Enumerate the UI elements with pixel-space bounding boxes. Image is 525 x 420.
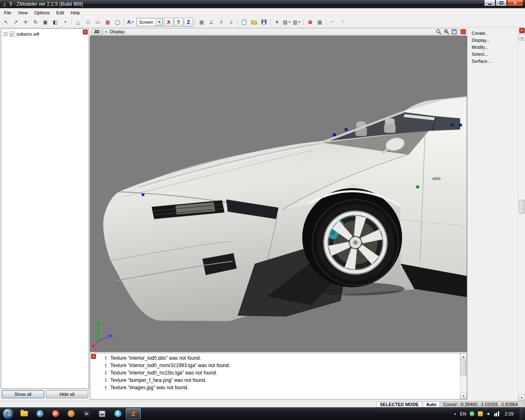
side-menu-surface[interactable]: Surface...: [472, 58, 518, 65]
snap-grid-icon[interactable]: ▦: [197, 18, 206, 27]
new-file-icon[interactable]: [240, 18, 249, 27]
log-row[interactable]: !Texture "interior_lod0.dds" was not fou…: [98, 354, 459, 362]
side-menu-select[interactable]: Select...: [472, 51, 518, 58]
maximize-button[interactable]: [495, 0, 507, 6]
viewport-view-label[interactable]: Display: [110, 29, 125, 34]
attach-icon[interactable]: ◯: [113, 18, 122, 27]
clock[interactable]: 2:29: [502, 411, 516, 416]
export-icon[interactable]: ▥▼: [292, 18, 301, 27]
create-mesh-icon[interactable]: ▦: [103, 18, 112, 27]
menu-help[interactable]: Help: [67, 9, 83, 16]
zoom-extents-icon[interactable]: [443, 29, 450, 35]
import-icon[interactable]: ▤▼: [282, 18, 292, 27]
minimize-button[interactable]: [484, 0, 495, 6]
volume-icon[interactable]: ◄: [486, 411, 491, 416]
save-file-icon[interactable]: [259, 18, 269, 27]
zoom-icon[interactable]: [436, 29, 442, 35]
scale-tool-icon[interactable]: ▣: [41, 18, 50, 27]
side-menu-create[interactable]: Create...: [472, 30, 518, 37]
close-button[interactable]: ×: [507, 0, 523, 6]
viewport-3d[interactable]: y z x: [90, 36, 467, 352]
side-menu-display[interactable]: Display...: [472, 37, 518, 44]
side-menu-modify[interactable]: Modify...: [472, 44, 518, 51]
start-button[interactable]: [2, 408, 14, 420]
menu-edit[interactable]: Edit: [53, 9, 67, 16]
command-panel-close-button[interactable]: ×: [519, 28, 525, 33]
viewport-title-strip[interactable]: < Display: [103, 28, 459, 35]
local-axes-icon[interactable]: ±: [226, 18, 236, 27]
mirror-tool-icon[interactable]: ◧: [50, 18, 60, 27]
menu-view[interactable]: View: [15, 9, 31, 16]
log-row[interactable]: !Texture "interior_lod0_nsmr321993.tga" …: [98, 362, 459, 369]
tray-update-icon[interactable]: [478, 411, 483, 416]
scroll-track[interactable]: [518, 41, 525, 394]
undo-icon[interactable]: ↶: [328, 18, 338, 27]
delete-icon[interactable]: ×: [272, 18, 282, 27]
tree-checkbox[interactable]: ✓: [9, 32, 14, 37]
axis-y-toggle[interactable]: Y: [174, 18, 183, 27]
dark-app-taskbar-icon[interactable]: ●: [79, 408, 94, 419]
scroll-down-button[interactable]: ▼: [518, 394, 525, 401]
create-polygon-icon[interactable]: △: [73, 18, 83, 27]
create-box-icon[interactable]: ▭: [93, 18, 103, 27]
tree-item-sultanrs[interactable]: + ✓ sultanrs.wft: [1, 30, 89, 37]
title-bar[interactable]: Z 5 - ZModeler ver 2.2.5 (Build 989) ×: [0, 0, 525, 8]
tools-dropdown[interactable]: ▼: [60, 18, 70, 27]
maximize-viewport-icon[interactable]: [451, 29, 457, 35]
log-close-button[interactable]: ×: [91, 354, 96, 359]
hidden-icons-button[interactable]: ▲: [454, 412, 457, 415]
log-scroll-up-button[interactable]: ▲: [460, 353, 467, 360]
menu-file[interactable]: File: [1, 9, 15, 16]
error-icon: !: [104, 363, 107, 369]
network-icon[interactable]: [494, 411, 499, 416]
select-arrow-icon[interactable]: ↖: [1, 18, 11, 27]
status-auto[interactable]: Auto: [423, 402, 440, 407]
right-scrollbar[interactable]: × ▲ ▼: [518, 27, 525, 401]
uv-mapper-icon[interactable]: ▦: [315, 18, 324, 27]
car-door-handle: [432, 178, 441, 180]
create-surface-icon[interactable]: ◇: [83, 18, 93, 27]
log-scroll-thumb[interactable]: [461, 361, 466, 375]
rotate-tool-icon[interactable]: ↻: [31, 18, 40, 27]
left-panel-close-button[interactable]: ×: [83, 30, 88, 34]
hide-all-button[interactable]: Hide all: [46, 390, 89, 398]
log-scroll-track[interactable]: [460, 360, 467, 393]
media-player-taskbar-icon[interactable]: ▸: [32, 408, 47, 419]
tree-expander-icon[interactable]: +: [4, 32, 7, 36]
log-row[interactable]: !Texture "interior_lod0_ns15ts.tga" was …: [98, 369, 459, 377]
3d-canvas[interactable]: y z x: [90, 36, 467, 352]
viewport-back-chevron[interactable]: <: [105, 30, 107, 34]
axis-x-toggle[interactable]: X: [164, 18, 173, 27]
zmodeler-taskbar-icon[interactable]: Z: [126, 408, 141, 419]
scroll-up-button[interactable]: ▲: [518, 34, 525, 41]
viewport-layout-button[interactable]: [461, 29, 466, 34]
snap-angle-icon[interactable]: ∠: [207, 18, 216, 27]
skype-taskbar-icon[interactable]: S: [110, 408, 125, 419]
scroll-thumb[interactable]: [519, 200, 525, 214]
show-desktop-button[interactable]: [519, 407, 524, 420]
log-row[interactable]: !Texture "images.jpg" was not found.: [98, 384, 459, 391]
tab-3d[interactable]: 3D: [91, 28, 102, 35]
tray-status-icon[interactable]: [470, 411, 475, 416]
opera-taskbar-icon[interactable]: O: [48, 408, 63, 419]
open-file-icon[interactable]: [249, 18, 259, 27]
menu-options[interactable]: Options: [31, 9, 53, 16]
snap-vertex-icon[interactable]: #: [217, 18, 226, 27]
move-tool-icon[interactable]: ✛: [21, 18, 30, 27]
language-indicator[interactable]: EN: [460, 411, 466, 416]
log-scroll-down-button[interactable]: ▼: [460, 393, 467, 399]
axis-z-toggle[interactable]: Z: [184, 18, 193, 27]
explorer-taskbar-icon[interactable]: [17, 408, 32, 419]
log-row[interactable]: !Texture "bumper_f_fara.png" was not fou…: [98, 377, 459, 384]
command-panel: Create... Display... Modify... Select...…: [467, 27, 518, 401]
firefox-taskbar-icon[interactable]: [64, 408, 78, 419]
select-lasso-icon[interactable]: ↗: [11, 18, 21, 27]
screen-mode-dropdown[interactable]: Screen ▼: [137, 18, 163, 26]
material-editor-icon[interactable]: [305, 18, 315, 27]
redo-icon[interactable]: ↷: [338, 18, 347, 27]
log-scrollbar[interactable]: ▲ ▼: [460, 353, 467, 399]
letter-a-tool[interactable]: A▼: [126, 18, 135, 27]
window-app-taskbar-icon[interactable]: ▬: [95, 408, 110, 419]
toolbar-separator: [71, 18, 72, 26]
show-all-button[interactable]: Show all: [2, 390, 44, 398]
